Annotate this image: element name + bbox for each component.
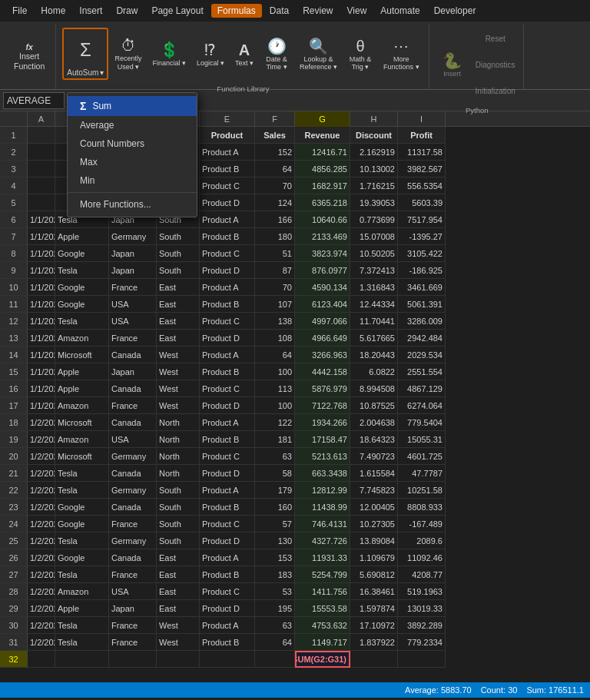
data-cell[interactable]: 64 <box>255 634 295 651</box>
data-cell[interactable]: Tesla <box>55 262 109 279</box>
data-cell[interactable]: Product C <box>200 177 255 194</box>
data-cell[interactable]: 5603.39 <box>398 194 446 211</box>
data-cell[interactable]: 1/1/2023 <box>28 363 55 380</box>
data-cell[interactable]: 1.615584 <box>350 465 398 482</box>
name-box[interactable] <box>3 92 65 109</box>
data-cell[interactable]: 19.39053 <box>350 194 398 211</box>
data-cell[interactable]: Tesla <box>55 482 109 499</box>
data-cell[interactable]: 8.994508 <box>350 380 398 397</box>
data-cell[interactable]: West <box>157 397 200 414</box>
data-cell[interactable] <box>255 651 295 668</box>
data-cell[interactable]: Microsoft <box>55 414 109 431</box>
data-cell[interactable]: 1149.717 <box>295 634 350 651</box>
data-cell[interactable]: North <box>157 414 200 431</box>
data-cell[interactable]: 4753.632 <box>295 617 350 634</box>
data-cell[interactable]: 64 <box>255 161 295 177</box>
data-cell[interactable]: East <box>157 566 200 583</box>
data-cell[interactable]: 2942.484 <box>398 330 446 347</box>
data-cell[interactable]: East <box>157 279 200 296</box>
data-cell[interactable]: 47.7787 <box>398 465 446 482</box>
lookup-reference-button[interactable]: 🔍 Lookup &Reference ▾ <box>295 26 342 81</box>
data-cell[interactable]: 1/2/2023 <box>28 549 55 566</box>
data-cell[interactable]: Amazon <box>55 583 109 600</box>
header-cell[interactable]: Revenue <box>295 127 350 144</box>
data-cell[interactable]: Product C <box>200 245 255 262</box>
data-cell[interactable]: 7122.768 <box>295 397 350 414</box>
data-cell[interactable]: 51 <box>255 245 295 262</box>
data-cell[interactable]: 1.109679 <box>350 549 398 566</box>
data-cell[interactable]: 1/2/2023 <box>28 516 55 532</box>
data-cell[interactable]: 5876.979 <box>295 380 350 397</box>
data-cell[interactable]: 4966.649 <box>295 330 350 347</box>
data-cell[interactable]: 10.87525 <box>350 397 398 414</box>
data-cell[interactable]: -1395.27 <box>398 228 446 245</box>
autosum-button[interactable]: Σ AutoSum ▾ <box>62 28 108 80</box>
data-cell[interactable]: Tesla <box>55 566 109 583</box>
data-cell[interactable]: 153 <box>255 549 295 566</box>
data-cell[interactable]: 779.5404 <box>398 414 446 431</box>
data-cell[interactable]: 6123.404 <box>295 296 350 313</box>
recently-used-button[interactable]: ⏱ RecentlyUsed ▾ <box>110 26 146 81</box>
data-cell[interactable]: 17158.47 <box>295 431 350 448</box>
data-cell[interactable]: West <box>157 363 200 380</box>
insert-function-button[interactable]: fx Insert Function <box>8 29 51 85</box>
data-cell[interactable]: 6.0822 <box>350 363 398 380</box>
data-cell[interactable]: 10251.58 <box>398 482 446 499</box>
data-cell[interactable]: Google <box>55 549 109 566</box>
dropdown-item-more-functions...[interactable]: More Functions... <box>68 195 197 214</box>
data-cell[interactable]: South <box>157 482 200 499</box>
data-cell[interactable]: 1/2/2023 <box>28 414 55 431</box>
data-cell[interactable]: Product C <box>200 583 255 600</box>
data-cell[interactable]: 12.44334 <box>350 296 398 313</box>
data-cell[interactable]: 63 <box>255 617 295 634</box>
data-cell[interactable]: 3266.963 <box>295 347 350 363</box>
data-cell[interactable] <box>200 651 255 668</box>
data-cell[interactable]: =SUM(G2:G31) <box>295 651 350 668</box>
data-cell[interactable]: 779.2334 <box>398 634 446 651</box>
date-time-button[interactable]: 🕐 Date &Time ▾ <box>260 26 293 81</box>
data-cell[interactable]: Germany <box>109 228 157 245</box>
menu-formulas[interactable]: Formulas <box>211 4 262 18</box>
data-cell[interactable]: 183 <box>255 566 295 583</box>
data-cell[interactable]: Japan <box>109 600 157 617</box>
data-cell[interactable]: West <box>157 617 200 634</box>
data-cell[interactable]: Product A <box>200 144 255 161</box>
data-cell[interactable]: 4856.285 <box>295 161 350 177</box>
data-cell[interactable]: 87 <box>255 262 295 279</box>
data-cell[interactable]: 6274.064 <box>398 397 446 414</box>
data-cell[interactable]: Google <box>55 279 109 296</box>
data-cell[interactable]: 1.837922 <box>350 634 398 651</box>
data-cell[interactable]: South <box>157 262 200 279</box>
data-cell[interactable]: Microsoft <box>55 448 109 465</box>
data-cell[interactable]: Product D <box>200 532 255 549</box>
data-cell[interactable]: 5.617665 <box>350 330 398 347</box>
data-cell[interactable]: North <box>157 465 200 482</box>
data-cell[interactable]: 63 <box>255 448 295 465</box>
data-cell[interactable]: USA <box>109 431 157 448</box>
data-cell[interactable]: France <box>109 634 157 651</box>
data-cell[interactable]: Product A <box>200 617 255 634</box>
data-cell[interactable]: 4997.066 <box>295 313 350 330</box>
data-cell[interactable]: 70 <box>255 279 295 296</box>
data-cell[interactable]: 160 <box>255 499 295 516</box>
data-cell[interactable]: 181 <box>255 431 295 448</box>
data-cell[interactable]: Product C <box>200 516 255 532</box>
data-cell[interactable]: 1/1/2023 <box>28 380 55 397</box>
text-button[interactable]: A Text ▾ <box>230 26 258 81</box>
menu-page-layout[interactable]: Page Layout <box>145 4 209 18</box>
data-cell[interactable]: 11317.58 <box>398 144 446 161</box>
data-cell[interactable]: Canada <box>109 414 157 431</box>
data-cell[interactable]: 1934.266 <box>295 414 350 431</box>
data-cell[interactable]: 1/1/2023 <box>28 397 55 414</box>
data-cell[interactable]: 15.07008 <box>350 228 398 245</box>
data-cell[interactable]: 5254.799 <box>295 566 350 583</box>
diagnostics-button[interactable]: Diagnostics <box>472 52 519 77</box>
data-cell[interactable]: Germany <box>109 482 157 499</box>
data-cell[interactable] <box>109 651 157 668</box>
data-cell[interactable]: 12812.99 <box>295 482 350 499</box>
data-cell[interactable]: Product C <box>200 313 255 330</box>
data-cell[interactable]: Japan <box>109 245 157 262</box>
data-cell[interactable]: 519.1963 <box>398 583 446 600</box>
data-cell[interactable]: 108 <box>255 330 295 347</box>
data-cell[interactable]: Product D <box>200 465 255 482</box>
